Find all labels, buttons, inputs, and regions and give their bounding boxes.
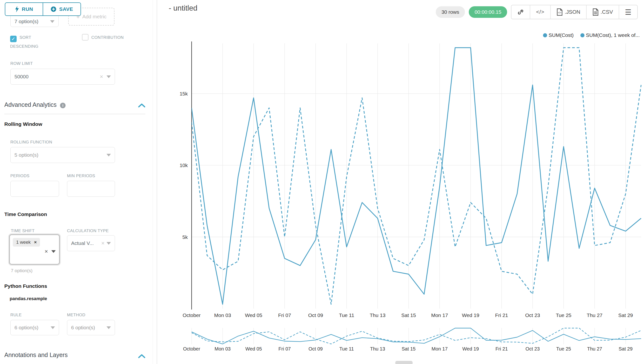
svg-text:Oct 23: Oct 23: [525, 312, 540, 318]
chevron-down-icon: [50, 20, 54, 23]
chart-legend: SUM(Cost) SUM(Cost), 1 week of...: [543, 32, 640, 38]
rolling-window-title: Rolling Window: [4, 121, 42, 127]
time-shift-multiselect[interactable]: 1 week × ×: [9, 234, 60, 265]
svg-text:5k: 5k: [182, 234, 188, 240]
contribution-checkbox[interactable]: [82, 34, 88, 40]
sort-descending-control: ✓SORT DESCENDING: [10, 33, 56, 50]
scrollbar-handle[interactable]: [395, 361, 412, 364]
periods-input[interactable]: [10, 181, 59, 197]
plus-circle-icon: [50, 6, 56, 12]
check-icon: ✓: [11, 35, 16, 43]
svg-text:Thu 27: Thu 27: [587, 312, 602, 318]
annotations-title: Annotations and Layers: [4, 352, 68, 358]
time-comparison-title: Time Comparison: [4, 212, 47, 217]
svg-text:Wed 05: Wed 05: [245, 346, 262, 352]
row-limit-value: 50000: [14, 74, 97, 80]
view-query-button[interactable]: </>: [530, 5, 550, 19]
export-json-label: .JSON: [565, 9, 580, 15]
export-csv-label: .CSV: [600, 9, 613, 15]
rolling-function-select[interactable]: 5 option(s): [10, 147, 115, 163]
svg-text:15k: 15k: [180, 91, 188, 96]
control-panel: 7 option(s) + Add metric RUN SAV: [0, 0, 157, 364]
file-code-icon: </>: [556, 8, 563, 16]
svg-text:Tue 11: Tue 11: [339, 312, 354, 318]
time-shift-helper: 7 option(s): [11, 268, 32, 273]
file-text-icon: [592, 8, 599, 16]
svg-text:October: October: [183, 346, 200, 352]
legend-dot: [580, 33, 584, 37]
more-options-button[interactable]: ☰: [619, 5, 637, 19]
svg-text:Tue 25: Tue 25: [556, 312, 572, 318]
link-icon: [517, 9, 524, 16]
svg-text:Mon 03: Mon 03: [214, 346, 231, 352]
min-periods-input[interactable]: [67, 181, 115, 197]
rolling-function-label: ROLLING FUNCTION: [10, 140, 52, 145]
clear-icon[interactable]: ×: [100, 74, 103, 80]
run-save-button-group: RUN SAVE: [5, 2, 81, 16]
chevron-up-icon[interactable]: [138, 103, 145, 108]
svg-text:Sat 15: Sat 15: [401, 312, 416, 318]
calculation-type-select[interactable]: Actual V... ×: [67, 235, 115, 251]
legend-item-sum-cost-offset[interactable]: SUM(Cost), 1 week of...: [580, 32, 640, 38]
info-icon[interactable]: i: [60, 103, 66, 108]
chevron-down-icon: [106, 242, 111, 245]
remove-tag-icon[interactable]: ×: [34, 240, 37, 245]
svg-text:Oct 23: Oct 23: [526, 346, 540, 352]
svg-text:Fri 07: Fri 07: [278, 312, 291, 318]
time-shift-tag[interactable]: 1 week ×: [13, 238, 40, 246]
svg-text:Sat 29: Sat 29: [619, 346, 633, 352]
run-button-label: RUN: [22, 6, 33, 12]
panel-gutter: [152, 0, 153, 364]
min-periods-label: MIN PERIODS: [67, 174, 95, 178]
rule-select[interactable]: 6 option(s): [10, 320, 59, 335]
sort-descending-checkbox[interactable]: ✓: [10, 36, 17, 42]
rolling-function-value: 5 option(s): [14, 152, 103, 158]
chart-header-actions: 30 rows 00:00:00.15 </> </>: [436, 5, 638, 19]
metric-select-value: 7 option(s): [14, 18, 47, 24]
annotations-section-header[interactable]: Annotations and Layers: [4, 352, 145, 358]
save-button-label: SAVE: [59, 6, 73, 12]
clear-icon[interactable]: ×: [101, 240, 104, 246]
run-button[interactable]: RUN: [5, 3, 43, 16]
svg-text:Thu 13: Thu 13: [370, 346, 385, 352]
advanced-analytics-title: Advanced Analytics: [4, 101, 57, 108]
section-divider: [4, 114, 145, 114]
export-json-button[interactable]: </> .JSON: [550, 5, 586, 19]
advanced-analytics-section-header[interactable]: Advanced Analytics i: [4, 101, 145, 108]
svg-text:Thu 13: Thu 13: [370, 312, 386, 318]
pandas-resample-label: pandas.resample: [10, 296, 47, 301]
svg-text:Fri 21: Fri 21: [495, 312, 508, 318]
chevron-down-icon: [51, 250, 56, 253]
save-button[interactable]: SAVE: [43, 3, 80, 16]
chevron-down-icon: [106, 326, 111, 329]
calculation-type-value: Actual V...: [71, 240, 100, 246]
svg-text:Wed 19: Wed 19: [462, 346, 479, 352]
python-functions-title: Python Functions: [4, 283, 47, 289]
row-limit-label: ROW LIMIT: [10, 61, 33, 66]
clear-icon[interactable]: ×: [44, 248, 48, 255]
legend-label: SUM(Cost), 1 week of...: [586, 32, 640, 38]
contribution-label: CONTRIBUTION: [91, 35, 124, 40]
explore-screen: 7 option(s) + Add metric RUN SAV: [0, 0, 644, 364]
mini-preview-chart[interactable]: OctoberMon 03Wed 05Fri 07Oct 09Tue 11Thu…: [176, 326, 644, 357]
query-timer-badge: 00:00:00.15: [469, 6, 507, 18]
legend-item-sum-cost[interactable]: SUM(Cost): [543, 32, 574, 38]
rule-label: RULE: [10, 313, 22, 318]
share-link-button[interactable]: [512, 5, 530, 19]
chart-title[interactable]: - untitled: [169, 4, 198, 12]
method-select[interactable]: 6 option(s): [67, 320, 115, 335]
timeseries-line-chart[interactable]: OctoberMon 03Wed 05Fri 07Oct 09Tue 11Thu…: [176, 38, 644, 322]
svg-text:</>: </>: [558, 11, 561, 14]
svg-text:Oct 09: Oct 09: [308, 312, 323, 318]
export-csv-button[interactable]: .CSV: [586, 5, 619, 19]
chevron-up-icon[interactable]: [138, 354, 145, 358]
svg-text:10k: 10k: [180, 162, 188, 168]
contribution-control: CONTRIBUTION: [82, 33, 150, 42]
lightning-bolt-icon: [15, 6, 19, 12]
svg-text:Fri 07: Fri 07: [278, 346, 291, 352]
row-limit-select[interactable]: 50000 ×: [10, 69, 115, 84]
row-count-badge: 30 rows: [436, 6, 465, 18]
svg-text:Fri 21: Fri 21: [496, 346, 508, 352]
method-label: METHOD: [67, 313, 85, 318]
svg-text:Sat 29: Sat 29: [618, 312, 633, 318]
